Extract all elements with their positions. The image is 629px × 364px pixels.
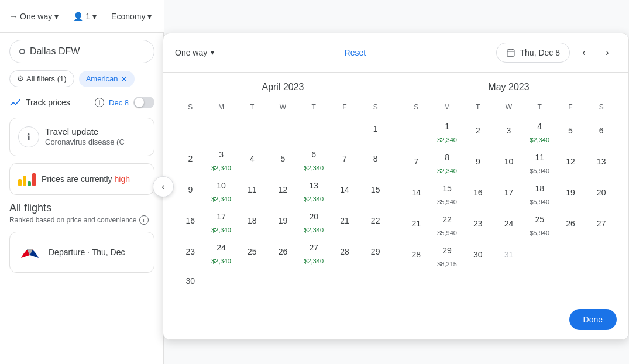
class-selector[interactable]: Economy ▾ bbox=[111, 12, 152, 21]
calendar-cell[interactable]: 18$5,940 bbox=[524, 177, 555, 208]
calendar-cell[interactable]: 11 bbox=[236, 174, 267, 205]
calendar-cell[interactable]: 10 bbox=[493, 146, 524, 177]
next-month-button[interactable]: › bbox=[598, 43, 617, 62]
calendar-cell[interactable]: 1 bbox=[360, 115, 391, 143]
calendar-cell[interactable]: 1$2,340 bbox=[432, 115, 463, 146]
calendar-back-button[interactable]: ‹ bbox=[153, 176, 174, 197]
reset-button[interactable]: Reset bbox=[345, 48, 366, 57]
trip-type-selector[interactable]: → One way ▾ bbox=[9, 12, 59, 21]
calendar-cell[interactable]: 9 bbox=[175, 174, 206, 205]
calendar-cell[interactable]: 23 bbox=[175, 236, 206, 267]
calendar-trip-type-selector[interactable]: One way ▾ bbox=[175, 48, 214, 57]
calendar-cell[interactable]: 8$2,340 bbox=[432, 146, 463, 177]
calendar-cell[interactable]: 22 bbox=[360, 205, 391, 236]
day-of-week-header: M bbox=[432, 99, 463, 115]
calendar-cell[interactable]: 22$5,940 bbox=[432, 208, 463, 239]
calendar-cell[interactable]: 20 bbox=[586, 177, 617, 208]
calendar-cell[interactable]: 28 bbox=[401, 239, 432, 270]
calendar-cell[interactable]: 21 bbox=[401, 208, 432, 239]
flight-card[interactable]: Departure · Thu, Dec bbox=[9, 232, 154, 273]
calendar-cell[interactable]: 7 bbox=[401, 146, 432, 177]
calendar-cell[interactable]: 15$5,940 bbox=[432, 177, 463, 208]
calendar-cell[interactable]: 3 bbox=[493, 115, 524, 146]
calendar-cell[interactable]: 25$5,940 bbox=[524, 208, 555, 239]
calendar-day-number: 8 bbox=[366, 149, 385, 168]
prices-prefix: Prices are currently bbox=[42, 174, 114, 184]
calendar-day-number: 25 bbox=[243, 242, 262, 261]
calendar-cell[interactable]: 25 bbox=[236, 236, 267, 267]
calendar-cell[interactable]: 30 bbox=[175, 267, 206, 295]
calendar-cell[interactable]: 18 bbox=[236, 205, 267, 236]
calendar-day-number: 17 bbox=[499, 183, 518, 202]
calendar-cell[interactable]: 17$2,340 bbox=[206, 205, 237, 236]
calendar-day-number: 16 bbox=[181, 211, 200, 230]
calendar-cell[interactable]: 13 bbox=[586, 146, 617, 177]
calendar-cell[interactable]: 4 bbox=[236, 143, 267, 174]
calendar-cell[interactable]: 21 bbox=[329, 205, 360, 236]
calendar-cell[interactable]: 24$2,340 bbox=[206, 236, 237, 267]
calendar-cell[interactable]: 20$2,340 bbox=[298, 205, 329, 236]
calendar-cell[interactable]: 12 bbox=[267, 174, 298, 205]
prices-bars-chart bbox=[18, 172, 36, 186]
calendar-cell[interactable]: 19 bbox=[267, 205, 298, 236]
calendar-cell[interactable]: 16 bbox=[462, 177, 493, 208]
calendar-cell[interactable]: 14 bbox=[401, 177, 432, 208]
prev-month-button[interactable]: ‹ bbox=[575, 43, 593, 62]
calendar-cell[interactable]: 6 bbox=[586, 115, 617, 146]
ranked-info-icon[interactable]: i bbox=[139, 215, 149, 225]
calendar-cell[interactable]: 5 bbox=[555, 115, 586, 146]
calendar-icon bbox=[506, 48, 515, 57]
calendar-cell[interactable]: 3$2,340 bbox=[206, 143, 237, 174]
calendar-cell[interactable]: 12 bbox=[555, 146, 586, 177]
calendar-cell[interactable]: 8 bbox=[360, 143, 391, 174]
calendar-cell[interactable]: 26 bbox=[555, 208, 586, 239]
bar-2 bbox=[23, 176, 26, 186]
origin-search[interactable]: Dallas DFW bbox=[9, 40, 154, 63]
calendar-day-number: 19 bbox=[273, 211, 292, 230]
calendar-cell[interactable]: 10$2,340 bbox=[206, 174, 237, 205]
calendar-cell[interactable]: 26 bbox=[267, 236, 298, 267]
calendar-cell[interactable]: 31 bbox=[493, 239, 524, 270]
calendar-cell[interactable]: 11$5,940 bbox=[524, 146, 555, 177]
calendar-cell[interactable]: 15 bbox=[360, 174, 391, 205]
calendar-cell[interactable]: 28 bbox=[329, 236, 360, 267]
prices-text: Prices are currently high bbox=[42, 174, 130, 184]
calendar-cell[interactable]: 2 bbox=[175, 143, 206, 174]
calendar-day-number: 22 bbox=[366, 211, 385, 230]
calendar-cell[interactable]: 27 bbox=[586, 208, 617, 239]
may-calendar: May 2023 SMTWTFS1$2,340234$2,3405678$2,3… bbox=[401, 73, 617, 304]
calendar-cell[interactable]: 29 bbox=[360, 236, 391, 267]
sidebar-content: Dallas DFW ⚙ All filters (1) American ✕ … bbox=[0, 33, 164, 280]
calendar-cell[interactable]: 23 bbox=[462, 208, 493, 239]
calendar-cell[interactable]: 16 bbox=[175, 205, 206, 236]
calendar-cell[interactable]: 7 bbox=[329, 143, 360, 174]
date-selector[interactable]: Thu, Dec 8 bbox=[496, 43, 570, 63]
calendar-cell[interactable]: 24 bbox=[493, 208, 524, 239]
track-prices-toggle[interactable] bbox=[133, 97, 154, 108]
airline-filter-chip[interactable]: American ✕ bbox=[79, 71, 135, 87]
calendar-cell[interactable]: 17 bbox=[493, 177, 524, 208]
calendar-cell[interactable]: 5 bbox=[267, 143, 298, 174]
calendar-cell bbox=[298, 115, 329, 143]
calendar-day-number: 14 bbox=[407, 183, 425, 202]
passengers-selector[interactable]: 👤 1 ▾ bbox=[73, 12, 97, 21]
calendar-cell[interactable]: 6$2,340 bbox=[298, 143, 329, 174]
calendar-cell[interactable]: 19 bbox=[555, 177, 586, 208]
remove-filter-icon[interactable]: ✕ bbox=[121, 74, 128, 84]
class-label: Economy bbox=[111, 12, 145, 21]
calendar-cell[interactable]: 14 bbox=[329, 174, 360, 205]
calendar-cell[interactable]: 27$2,340 bbox=[298, 236, 329, 267]
calendar-cell[interactable]: 13$2,340 bbox=[298, 174, 329, 205]
done-button[interactable]: Done bbox=[569, 309, 617, 330]
all-filters-button[interactable]: ⚙ All filters (1) bbox=[9, 70, 74, 87]
track-prices-info-icon[interactable]: i bbox=[95, 98, 104, 107]
calendar-cell[interactable]: 9 bbox=[462, 146, 493, 177]
calendar-day-number: 5 bbox=[561, 121, 580, 140]
calendar-cell[interactable]: 4$2,340 bbox=[524, 115, 555, 146]
calendar-cell[interactable]: 29$8,215 bbox=[432, 239, 463, 270]
calendar-cell[interactable]: 30 bbox=[462, 239, 493, 270]
calendar-price: $2,340 bbox=[304, 226, 324, 233]
calendar-cell[interactable]: 2 bbox=[462, 115, 493, 146]
calendar-day-number: 4 bbox=[530, 117, 549, 136]
calendar-cell bbox=[360, 267, 391, 295]
